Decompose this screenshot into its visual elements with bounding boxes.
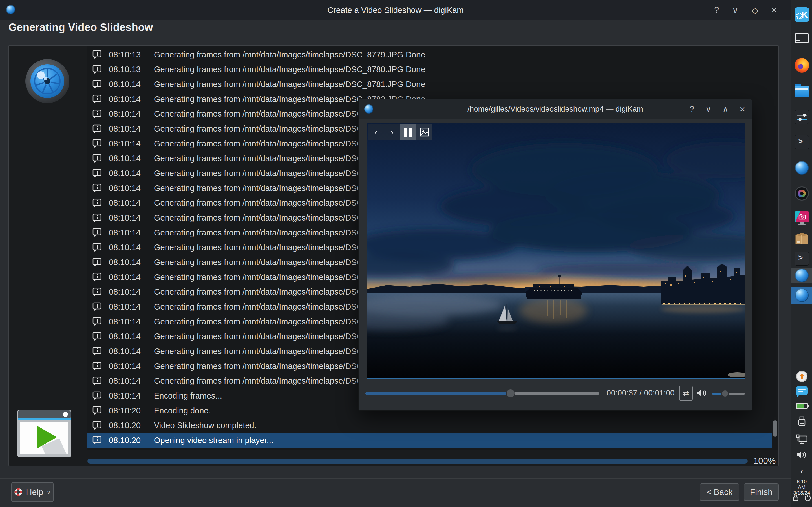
player-menu-button[interactable]: ⇄ — [679, 386, 693, 401]
info-bubble-icon — [93, 124, 102, 133]
taskbar-dock: K > > — [791, 0, 812, 507]
window-title: Create a Video Slideshow — digiKam — [0, 0, 791, 20]
info-bubble-icon — [93, 421, 102, 430]
back-button[interactable]: < Back — [700, 483, 739, 501]
encoding-progress-fill — [87, 459, 748, 464]
display-connect-icon[interactable] — [796, 434, 808, 445]
next-button[interactable]: › — [384, 124, 400, 140]
camera-lens-icon[interactable] — [795, 186, 809, 201]
log-row[interactable]: 08:10:14 Generating frames from /mnt/dat… — [87, 77, 772, 92]
volume-icon[interactable] — [796, 450, 808, 460]
seek-slider[interactable] — [365, 392, 599, 395]
preview-image-button[interactable] — [416, 124, 432, 140]
progress-percent-label: 100% — [753, 456, 775, 466]
player-titlebar[interactable]: /home/gilles/Videos/videoslideshow.mp4 —… — [359, 100, 752, 119]
help-button-label: Help — [26, 487, 43, 497]
player-help-button[interactable]: ? — [690, 105, 695, 114]
usb-device-icon[interactable] — [797, 416, 807, 427]
digikam-logo — [24, 58, 70, 104]
pause-icon — [404, 128, 412, 136]
log-timestamp: 08:10:14 — [109, 332, 151, 341]
log-message: Opening video stream in player... — [154, 436, 273, 445]
info-bubble-icon — [93, 436, 102, 445]
log-row[interactable]: 08:10:20 Video Slideshow completed. — [87, 418, 772, 433]
log-message: Generating frames from /mnt/data/Images/… — [154, 50, 425, 59]
info-bubble-icon — [93, 80, 102, 89]
terminal-icon[interactable]: > — [795, 135, 809, 149]
log-timestamp: 08:10:14 — [109, 273, 151, 282]
firefox-icon[interactable] — [795, 58, 809, 73]
info-bubble-icon — [93, 228, 102, 237]
player-minimize-button[interactable]: ∨ — [705, 105, 711, 114]
player-maximize-button[interactable]: ∧ — [723, 105, 728, 114]
log-message: Encoding frames... — [154, 391, 222, 400]
seek-slider-fill — [365, 392, 511, 395]
log-message: Encoding done. — [154, 406, 211, 415]
clock[interactable]: 8:10 AM 3/18/24 — [793, 479, 810, 496]
log-row[interactable]: 08:10:13 Generating frames from /mnt/dat… — [87, 62, 772, 77]
volume-slider[interactable] — [712, 393, 745, 395]
help-button[interactable]: Help ∨ — [11, 482, 54, 502]
chevron-right-icon: › — [391, 127, 394, 137]
log-scrollbar[interactable] — [773, 47, 777, 448]
log-message: Generating frames from /mnt/data/Images/… — [154, 65, 425, 74]
branding-column — [9, 46, 86, 466]
log-timestamp: 08:10:14 — [109, 362, 151, 371]
digikam-icon[interactable] — [795, 161, 809, 175]
info-bubble-icon — [93, 95, 102, 104]
log-row[interactable]: 08:10:20 Opening video stream in player.… — [87, 433, 772, 448]
battery-icon[interactable] — [796, 403, 808, 409]
window-maximize-button[interactable]: ◇ — [751, 5, 758, 15]
log-timestamp: 08:10:14 — [109, 124, 151, 133]
digikam-running-icon[interactable] — [792, 268, 812, 283]
finish-button[interactable]: Finish — [744, 483, 779, 501]
info-bubble-icon — [93, 288, 102, 297]
package-icon[interactable] — [795, 231, 809, 244]
volume-slider-handle[interactable] — [721, 390, 729, 397]
power-icon[interactable] — [804, 494, 811, 501]
clock-time: 8:10 AM — [793, 479, 810, 490]
info-bubble-icon — [93, 154, 102, 163]
log-timestamp: 08:10:14 — [109, 347, 151, 356]
updates-icon[interactable] — [796, 371, 808, 382]
log-timestamp: 08:10:14 — [109, 169, 151, 178]
info-bubble-icon — [93, 110, 102, 119]
log-timestamp: 08:10:14 — [109, 109, 151, 119]
window-minimize-button[interactable]: ∨ — [732, 5, 739, 15]
playback-time: 00:00:37 / 00:01:00 — [601, 388, 680, 397]
log-timestamp: 08:10:14 — [109, 228, 151, 237]
log-timestamp: 08:10:14 — [109, 95, 151, 104]
speaker-icon[interactable] — [696, 388, 707, 398]
log-row[interactable]: 08:10:13 Generating frames from /mnt/dat… — [87, 47, 772, 62]
window-help-button[interactable]: ? — [714, 5, 719, 15]
log-timestamp: 08:10:20 — [109, 406, 151, 415]
info-bubble-icon — [93, 317, 102, 326]
lock-screen-icon[interactable] — [792, 494, 799, 501]
page-title: Generating Video Slideshow — [8, 21, 153, 34]
pause-button[interactable] — [400, 124, 416, 140]
digikam-active-icon[interactable] — [792, 287, 812, 304]
chevron-down-icon: ∨ — [47, 489, 51, 496]
terminal-icon[interactable]: > — [795, 251, 809, 266]
showfoto-icon[interactable] — [795, 211, 809, 225]
svg-text:K: K — [801, 9, 808, 20]
log-timestamp: 08:10:20 — [109, 436, 151, 445]
footer-divider — [0, 478, 791, 478]
kde-launcher-icon[interactable]: K — [795, 7, 809, 22]
player-overlay-toolbar: ‹ › — [368, 124, 432, 140]
seek-slider-handle[interactable] — [506, 388, 515, 398]
system-settings-icon[interactable] — [795, 110, 809, 124]
log-timestamp: 08:10:20 — [109, 421, 151, 430]
virtual-desktop-icon[interactable] — [795, 33, 809, 43]
panel-collapse-icon[interactable]: ‹ — [800, 466, 803, 476]
log-timestamp: 08:10:13 — [109, 65, 151, 74]
info-bubble-icon — [93, 50, 102, 59]
log-scrollbar-thumb[interactable] — [773, 420, 777, 437]
log-timestamp: 08:10:14 — [109, 317, 151, 327]
video-viewport[interactable]: ‹ › — [367, 123, 745, 379]
chat-notification-icon[interactable] — [796, 386, 808, 395]
player-close-button[interactable]: × — [740, 104, 745, 115]
previous-button[interactable]: ‹ — [368, 124, 384, 140]
window-close-button[interactable]: × — [771, 4, 777, 16]
file-manager-icon[interactable] — [795, 84, 809, 98]
